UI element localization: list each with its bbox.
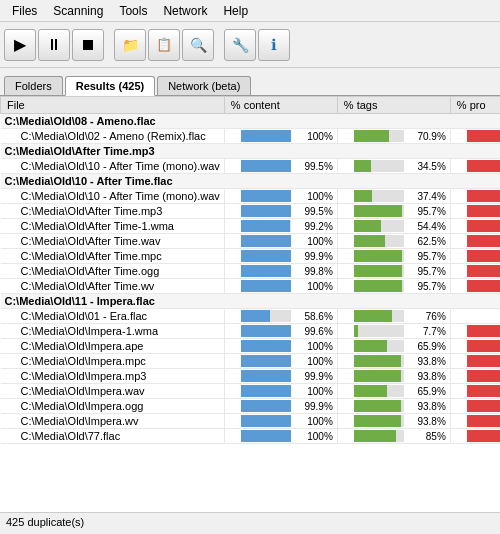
file-path: C:\Media\Old\Impera.wv: [1, 414, 225, 429]
table-row[interactable]: C:\Media\Old\After Time.mp3: [1, 144, 501, 159]
table-row[interactable]: C:\Media\Old\Impera.mpc 100% 93.8%: [1, 354, 501, 369]
table-row[interactable]: C:\Media\Old\Impera.wav 100% 65.9%: [1, 384, 501, 399]
pro-bar-cell: [450, 189, 500, 204]
settings-button[interactable]: 🔧: [224, 29, 256, 61]
file-path: C:\Media\Old\Impera.mp3: [1, 369, 225, 384]
content-bar-cell: 99.9%: [224, 399, 337, 414]
menubar: Files Scanning Tools Network Help: [0, 0, 500, 22]
tags-bar-cell: 62.5%: [337, 234, 450, 249]
content-bar-cell: 100%: [224, 279, 337, 294]
table-row[interactable]: C:\Media\Old\Impera.wv 100% 93.8%: [1, 414, 501, 429]
menu-tools[interactable]: Tools: [111, 2, 155, 20]
pro-bar-cell: [450, 219, 500, 234]
table-row[interactable]: C:\Media\Old\After Time.mpc 99.9% 95.7%: [1, 249, 501, 264]
tags-bar-cell: 95.7%: [337, 279, 450, 294]
results-table-container[interactable]: File % content % tags % pro C:\Media\Old…: [0, 96, 500, 512]
tags-bar-cell: 65.9%: [337, 339, 450, 354]
content-bar-cell: 99.9%: [224, 249, 337, 264]
table-row[interactable]: C:\Media\Old\After Time.wv 100% 95.7%: [1, 279, 501, 294]
file-path: C:\Media\Old\After Time.mp3: [1, 204, 225, 219]
col-header-content[interactable]: % content: [224, 97, 337, 114]
menu-scanning[interactable]: Scanning: [45, 2, 111, 20]
menu-network[interactable]: Network: [155, 2, 215, 20]
pro-bar-cell: [450, 324, 500, 339]
table-row[interactable]: C:\Media\Old\After Time.ogg 99.8% 95.7%: [1, 264, 501, 279]
tab-results[interactable]: Results (425): [65, 76, 155, 96]
col-header-file[interactable]: File: [1, 97, 225, 114]
results-table: File % content % tags % pro C:\Media\Old…: [0, 96, 500, 444]
group-header-file: C:\Media\Old\After Time.mp3: [1, 144, 501, 159]
table-row[interactable]: C:\Media\Old\Impera.ape 100% 65.9%: [1, 339, 501, 354]
tags-bar-cell: 93.8%: [337, 414, 450, 429]
file-path: C:\Media\Old\Impera.mpc: [1, 354, 225, 369]
search-button[interactable]: 🔍: [182, 29, 214, 61]
table-row[interactable]: C:\Media\Old\Impera.mp3 99.9% 93.8%: [1, 369, 501, 384]
pro-bar-cell: [450, 129, 500, 144]
statusbar: 425 duplicate(s): [0, 512, 500, 534]
table-row[interactable]: C:\Media\Old\08 - Ameno.flac: [1, 114, 501, 129]
content-bar-cell: 100%: [224, 129, 337, 144]
content-bar-cell: 100%: [224, 429, 337, 444]
tags-bar-cell: 95.7%: [337, 204, 450, 219]
pro-bar-cell: [450, 249, 500, 264]
pro-bar-cell: [450, 159, 500, 174]
col-header-tags[interactable]: % tags: [337, 97, 450, 114]
table-row[interactable]: C:\Media\Old\11 - Impera.flac: [1, 294, 501, 309]
file-path: C:\Media\Old\02 - Ameno (Remix).flac: [1, 129, 225, 144]
pro-bar-cell: [450, 279, 500, 294]
tab-network[interactable]: Network (beta): [157, 76, 251, 95]
file-path: C:\Media\Old\Impera.ogg: [1, 399, 225, 414]
tabs: Folders Results (425) Network (beta): [0, 68, 500, 96]
content-bar-cell: 99.5%: [224, 159, 337, 174]
table-row[interactable]: C:\Media\Old\10 - After Time.flac: [1, 174, 501, 189]
table-row[interactable]: C:\Media\Old\After Time.mp3 99.5% 95.7%: [1, 204, 501, 219]
content-bar-cell: 100%: [224, 234, 337, 249]
menu-files[interactable]: Files: [4, 2, 45, 20]
tags-bar-cell: 37.4%: [337, 189, 450, 204]
tags-bar-cell: 93.8%: [337, 354, 450, 369]
content-bar-cell: 100%: [224, 339, 337, 354]
tags-bar-cell: 95.7%: [337, 249, 450, 264]
tags-bar-cell: 34.5%: [337, 159, 450, 174]
stop-button[interactable]: ⏹: [72, 29, 104, 61]
play-button[interactable]: ▶: [4, 29, 36, 61]
results-button[interactable]: 📋: [148, 29, 180, 61]
table-row[interactable]: C:\Media\Old\10 - After Time (mono).wav …: [1, 159, 501, 174]
col-header-pro[interactable]: % pro: [450, 97, 500, 114]
tab-folders[interactable]: Folders: [4, 76, 63, 95]
table-row[interactable]: C:\Media\Old\Impera-1.wma 99.6% 7.7%: [1, 324, 501, 339]
pro-bar-cell: [450, 264, 500, 279]
folders-button[interactable]: 📁: [114, 29, 146, 61]
table-row[interactable]: C:\Media\Old\77.flac 100% 85%: [1, 429, 501, 444]
table-row[interactable]: C:\Media\Old\01 - Era.flac 58.6% 76%: [1, 309, 501, 324]
info-button[interactable]: ℹ: [258, 29, 290, 61]
tags-bar-cell: 93.8%: [337, 399, 450, 414]
menu-help[interactable]: Help: [215, 2, 256, 20]
tags-bar-cell: 7.7%: [337, 324, 450, 339]
file-path: C:\Media\Old\After Time.wv: [1, 279, 225, 294]
table-row[interactable]: C:\Media\Old\After Time-1.wma 99.2% 54.4…: [1, 219, 501, 234]
file-path: C:\Media\Old\10 - After Time (mono).wav: [1, 189, 225, 204]
file-path: C:\Media\Old\After Time.wav: [1, 234, 225, 249]
tags-bar-cell: 76%: [337, 309, 450, 324]
file-path: C:\Media\Old\Impera.ape: [1, 339, 225, 354]
table-row[interactable]: C:\Media\Old\Impera.ogg 99.9% 93.8%: [1, 399, 501, 414]
tags-bar-cell: 95.7%: [337, 264, 450, 279]
content-bar-cell: 58.6%: [224, 309, 337, 324]
tags-bar-cell: 54.4%: [337, 219, 450, 234]
table-row[interactable]: C:\Media\Old\After Time.wav 100% 62.5%: [1, 234, 501, 249]
content-bar-cell: 100%: [224, 354, 337, 369]
pro-bar-cell: [450, 399, 500, 414]
tags-bar-cell: 65.9%: [337, 384, 450, 399]
table-row[interactable]: C:\Media\Old\10 - After Time (mono).wav …: [1, 189, 501, 204]
file-path: C:\Media\Old\After Time.ogg: [1, 264, 225, 279]
table-row[interactable]: C:\Media\Old\02 - Ameno (Remix).flac 100…: [1, 129, 501, 144]
group-header-file: C:\Media\Old\08 - Ameno.flac: [1, 114, 501, 129]
pause-button[interactable]: ⏸: [38, 29, 70, 61]
content-bar-cell: 99.8%: [224, 264, 337, 279]
pro-bar-cell: [450, 429, 500, 444]
content-bar-cell: 100%: [224, 384, 337, 399]
file-path: C:\Media\Old\10 - After Time (mono).wav: [1, 159, 225, 174]
file-path: C:\Media\Old\01 - Era.flac: [1, 309, 225, 324]
file-path: C:\Media\Old\77.flac: [1, 429, 225, 444]
